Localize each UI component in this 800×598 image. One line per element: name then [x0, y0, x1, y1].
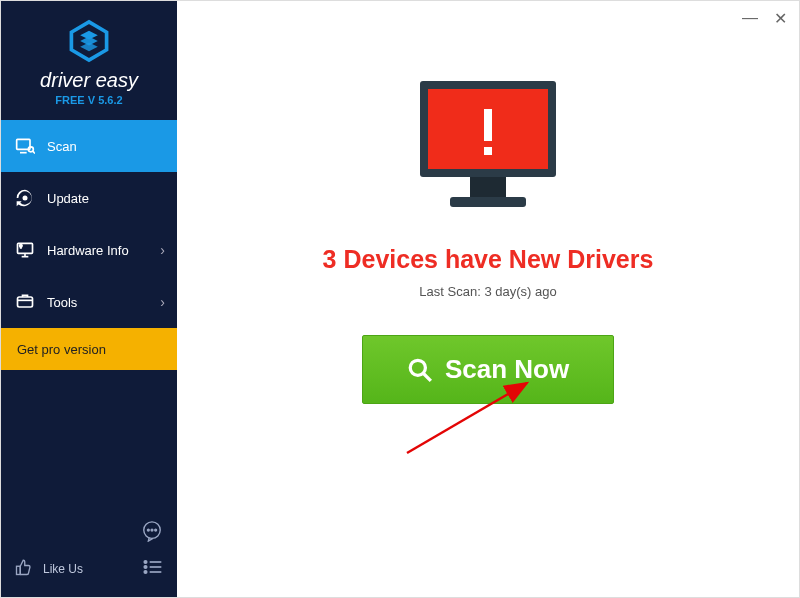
svg-rect-28 — [450, 197, 526, 207]
thumbs-up-icon — [15, 558, 33, 579]
content: 3 Devices have New Drivers Last Scan: 3 … — [177, 1, 799, 404]
get-pro-label: Get pro version — [17, 342, 106, 357]
nav-scan-label: Scan — [47, 139, 77, 154]
like-us-label: Like Us — [43, 562, 83, 576]
nav-tools[interactable]: Tools › — [1, 276, 177, 328]
brand-name: driver easy — [40, 69, 138, 92]
scan-now-button[interactable]: Scan Now — [362, 335, 614, 404]
main-area: — ✕ 3 Devices have New Drivers Last Scan… — [177, 1, 799, 597]
svg-point-5 — [23, 196, 28, 201]
svg-point-29 — [410, 360, 425, 375]
nav-scan[interactable]: Scan — [1, 120, 177, 172]
get-pro-button[interactable]: Get pro version — [1, 328, 177, 370]
logo-icon — [67, 19, 111, 63]
nav-hardware-label: Hardware Info — [47, 243, 129, 258]
alert-monitor-icon — [408, 73, 568, 223]
chevron-right-icon: › — [160, 242, 165, 258]
logo-block: driver easy FREE V 5.6.2 — [1, 1, 177, 120]
svg-rect-11 — [18, 297, 33, 307]
svg-point-15 — [155, 529, 157, 531]
minimize-button[interactable]: — — [742, 9, 758, 28]
tools-icon — [15, 292, 35, 312]
close-button[interactable]: ✕ — [774, 9, 787, 28]
svg-rect-16 — [17, 566, 21, 574]
search-icon — [407, 357, 433, 383]
scan-icon — [15, 136, 35, 156]
headline: 3 Devices have New Drivers — [323, 245, 654, 274]
hardware-icon: i — [15, 240, 35, 260]
scan-now-label: Scan Now — [445, 354, 569, 385]
nav-update[interactable]: Update — [1, 172, 177, 224]
chat-icon[interactable] — [141, 520, 163, 546]
version-label: FREE V 5.6.2 — [55, 94, 122, 106]
last-scan-text: Last Scan: 3 day(s) ago — [419, 284, 556, 299]
nav-update-label: Update — [47, 191, 89, 206]
sidebar: driver easy FREE V 5.6.2 Scan U — [1, 1, 177, 597]
update-icon — [15, 188, 35, 208]
menu-list-icon[interactable] — [143, 559, 163, 578]
like-us-button[interactable]: Like Us — [15, 558, 83, 579]
svg-point-13 — [147, 529, 149, 531]
svg-point-21 — [144, 571, 147, 574]
svg-point-14 — [151, 529, 153, 531]
window-controls: — ✕ — [742, 9, 787, 28]
svg-rect-26 — [484, 147, 492, 155]
svg-point-19 — [144, 566, 147, 569]
svg-rect-25 — [484, 109, 492, 141]
sidebar-bottom: Like Us — [1, 514, 177, 597]
svg-point-17 — [144, 561, 147, 564]
nav-hardware[interactable]: i Hardware Info › — [1, 224, 177, 276]
nav-tools-label: Tools — [47, 295, 77, 310]
svg-line-4 — [33, 151, 35, 153]
svg-line-30 — [423, 373, 431, 381]
chevron-right-icon: › — [160, 294, 165, 310]
nav: Scan Update i Hardware Inf — [1, 120, 177, 328]
svg-rect-27 — [470, 177, 506, 197]
svg-point-3 — [28, 147, 33, 152]
